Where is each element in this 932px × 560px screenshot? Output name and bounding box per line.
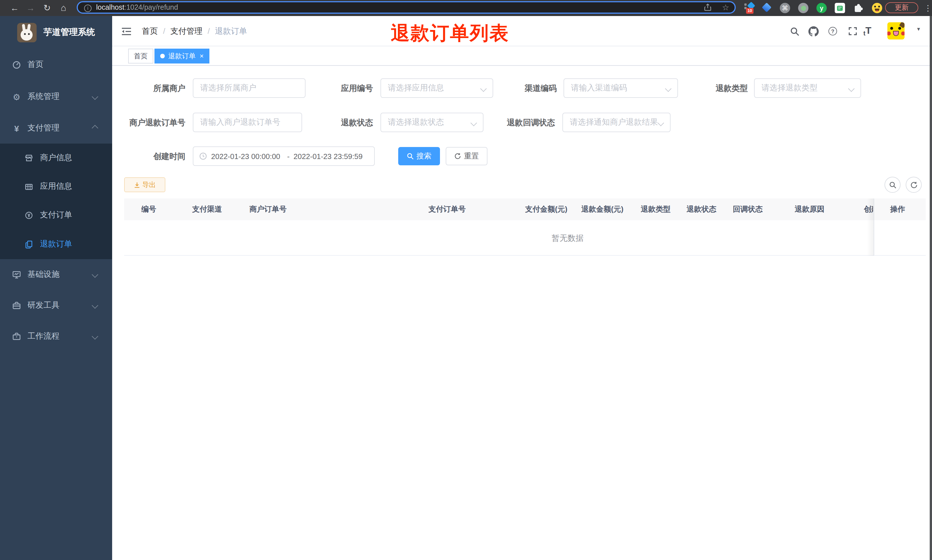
empty-state-text: 暂无数据 (544, 220, 591, 256)
dashboard-icon (12, 60, 21, 69)
url-host: localhost (96, 3, 125, 11)
briefcase-icon (12, 332, 21, 341)
sidebar-item-system[interactable]: ⚙ 系统管理 (0, 81, 112, 113)
extension-chat-icon[interactable] (835, 3, 845, 13)
extension-diamond-icon[interactable]: 10 (744, 2, 757, 14)
reset-button[interactable]: 重置 (446, 147, 488, 165)
url-path: :1024/pay/refund (125, 3, 178, 11)
share-icon[interactable] (704, 3, 712, 11)
tag-refund-order[interactable]: 退款订单 × (154, 49, 209, 63)
sidebar: 芋道管理系统 首页 ⚙ 系统管理 ¥ 支付管理 商户信息 应用信息 支付订单 (0, 16, 112, 560)
sidebar-subitem-app-info[interactable]: 应用信息 (0, 172, 112, 201)
column-header-id: 编号 (141, 198, 156, 220)
search-button[interactable]: 搜索 (398, 147, 440, 165)
extension-green-dot-icon[interactable] (798, 3, 808, 13)
forward-icon[interactable]: → (26, 0, 35, 16)
page-annotation-title: 退款订单列表 (391, 21, 509, 46)
clock-icon (199, 152, 207, 160)
avatar-caret-icon[interactable]: ▾ (917, 26, 920, 32)
fixed-column-shadow (867, 198, 874, 256)
site-info-icon[interactable]: i (84, 5, 92, 12)
tag-close-icon[interactable]: × (200, 52, 204, 60)
sidebar-subitem-label: 退款订单 (40, 239, 72, 249)
gear-icon: ⚙ (12, 92, 21, 101)
sidebar-subitem-label: 商户信息 (40, 153, 72, 163)
app-title: 芋道管理系统 (43, 27, 95, 38)
refund-type-select[interactable]: 请选择退款类型 (754, 78, 861, 98)
sidebar-subitem-merchant-info[interactable]: 商户信息 (0, 143, 112, 172)
profile-emoji-icon[interactable] (872, 3, 882, 13)
column-header-pay-order-no: 支付订单号 (429, 198, 466, 220)
sidebar-subitem-label: 支付订单 (40, 210, 72, 220)
extension-badge: 10 (746, 8, 754, 14)
merchant-input[interactable]: 请选择所属商户 (193, 78, 306, 98)
window-scrollbar[interactable] (930, 16, 932, 560)
back-icon[interactable]: ← (10, 0, 19, 16)
url-text: localhost:1024/pay/refund (96, 2, 178, 12)
tag-home[interactable]: 首页 (128, 49, 153, 63)
toolbox-icon (12, 301, 21, 310)
breadcrumb-home[interactable]: 首页 (142, 26, 158, 35)
filter-label-merchant-refund-no: 商户退款订单号 (106, 113, 185, 132)
sidebar-subitem-refund-order[interactable]: 退款订单 (0, 229, 112, 259)
breadcrumb-separator: / (163, 26, 165, 35)
update-button[interactable]: 更新 (885, 2, 918, 13)
tag-label: 首页 (134, 51, 148, 61)
sidebar-item-label: 系统管理 (28, 92, 60, 102)
address-bar[interactable]: i localhost:1024/pay/refund ☆ (77, 1, 736, 14)
extension-command-icon[interactable]: ⌘ (780, 3, 790, 13)
sidebar-collapse-icon[interactable] (121, 27, 132, 36)
sidebar-subitem-label: 应用信息 (40, 182, 72, 192)
chevron-down-icon (665, 86, 672, 92)
column-header-refund-amount: 退款金额(元) (581, 198, 623, 220)
fullscreen-icon[interactable] (849, 27, 857, 35)
chevron-down-icon (92, 333, 98, 340)
sidebar-item-pay[interactable]: ¥ 支付管理 (0, 113, 112, 143)
github-icon[interactable] (808, 26, 819, 37)
page: ← → ↻ ⌂ i localhost:1024/pay/refund ☆ 10… (0, 0, 932, 560)
help-icon[interactable]: ? (829, 27, 837, 35)
pay-order-icon (24, 211, 33, 219)
column-header-pay-amount: 支付金额(元) (525, 198, 567, 220)
range-end-value: 2022-01-23 23:59:59 (294, 152, 367, 160)
column-header-actions: 操作 (890, 198, 905, 220)
column-header-callback-status: 回调状态 (733, 198, 763, 220)
chevron-up-icon (92, 125, 98, 132)
browser-toolbar: ← → ↻ ⌂ i localhost:1024/pay/refund ☆ 10… (0, 0, 932, 16)
extensions-puzzle-icon[interactable] (854, 3, 863, 12)
font-size-icon[interactable]: tT (863, 25, 871, 37)
yen-icon: ¥ (12, 123, 21, 133)
app-select[interactable]: 请选择应用信息 (380, 78, 493, 98)
search-icon[interactable] (790, 27, 799, 36)
column-header-pay-channel: 支付渠道 (192, 198, 222, 220)
breadcrumb-pay[interactable]: 支付管理 (171, 26, 203, 35)
search-icon (407, 153, 414, 160)
sidebar-item-devtools[interactable]: 研发工具 (0, 290, 112, 321)
home-icon[interactable]: ⌂ (61, 0, 66, 16)
reload-icon[interactable]: ↻ (43, 0, 51, 16)
table-search-toggle-button[interactable] (884, 177, 901, 193)
sidebar-item-workflow[interactable]: 工作流程 (0, 321, 112, 352)
create-time-range-picker[interactable]: 2022-01-23 00:00:00 - 2022-01-23 23:59:5… (193, 146, 375, 166)
filter-label-app: 应用编号 (302, 78, 373, 98)
range-start-value: 2022-01-23 00:00:00 (211, 152, 283, 160)
app-logo[interactable] (17, 23, 37, 42)
filter-label-channel: 渠道编码 (486, 78, 557, 98)
export-button[interactable]: 导出 (124, 177, 165, 192)
sidebar-item-label: 研发工具 (28, 300, 60, 311)
table-refresh-button[interactable] (906, 177, 922, 193)
sidebar-subitem-pay-order[interactable]: 支付订单 (0, 201, 112, 229)
extension-y-icon[interactable]: y (817, 3, 827, 13)
merchant-refund-no-input[interactable]: 请输入商户退款订单号 (193, 113, 302, 132)
chevron-down-icon (471, 120, 477, 126)
user-avatar[interactable] (887, 22, 904, 40)
sidebar-item-infra[interactable]: 基础设施 (0, 259, 112, 290)
extension-gem-icon[interactable] (762, 3, 772, 12)
sidebar-item-home[interactable]: 首页 (0, 49, 112, 81)
channel-select[interactable]: 请输入渠道编码 (564, 78, 678, 98)
bookmark-star-icon[interactable]: ☆ (722, 2, 729, 13)
browser-menu-dots-icon[interactable]: ⋮ (924, 0, 932, 16)
refund-status-select[interactable]: 请选择退款状态 (380, 113, 483, 132)
refresh-icon (454, 153, 461, 160)
notify-status-select[interactable]: 请选择通知商户退款结果状态 (562, 113, 671, 132)
